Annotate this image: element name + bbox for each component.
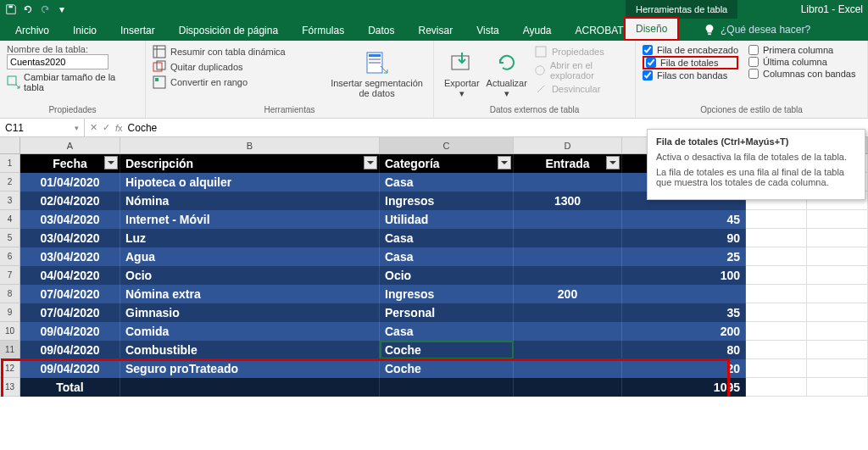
data-cell[interactable]: 100 [622,266,746,285]
empty-cell[interactable] [746,229,807,247]
tell-me-search[interactable]: ¿Qué desea hacer? [704,19,810,41]
row-header[interactable]: 13 [0,378,20,397]
row-header[interactable]: 6 [0,247,20,266]
table-header-descripcion[interactable]: Descripción [120,154,380,173]
tab-page-layout[interactable]: Disposición de página [169,20,288,41]
data-cell[interactable]: Agua [120,247,380,266]
row-header[interactable]: 9 [0,303,20,322]
data-cell[interactable]: 1300 [514,192,622,210]
table-header-fecha[interactable]: Fecha [20,154,120,173]
data-cell[interactable]: 07/04/2020 [20,303,120,322]
data-cell[interactable]: Ingresos [380,285,514,303]
empty-cell[interactable] [807,378,868,397]
tab-data[interactable]: Datos [358,20,404,41]
data-cell[interactable]: 90 [622,229,746,247]
row-header[interactable]: 4 [0,210,20,229]
fx-icon[interactable]: fx [115,123,123,133]
data-cell[interactable] [514,303,622,322]
tab-file[interactable]: Archivo [5,20,59,41]
summarize-pivot-button[interactable]: Resumir con tabla dinámica [153,44,327,59]
data-cell[interactable]: Combustible [120,341,380,359]
data-cell[interactable]: 09/04/2020 [20,359,120,378]
empty-cell[interactable] [807,247,868,266]
first-column-checkbox[interactable]: Primera columna [748,44,855,56]
row-header[interactable]: 11 [0,341,20,359]
data-cell[interactable]: 200 [514,285,622,303]
data-cell[interactable]: 04/04/2020 [20,266,120,285]
data-cell[interactable]: 01/04/2020 [20,173,120,192]
undo-icon[interactable] [22,3,34,15]
banded-columns-checkbox[interactable]: Columnas con bandas [748,68,855,80]
filter-dropdown-icon[interactable] [104,156,118,169]
row-header[interactable]: 7 [0,266,20,285]
row-header[interactable]: 10 [0,322,20,341]
data-cell[interactable]: Hipoteca o alquiler [120,173,380,192]
tab-view[interactable]: Vista [466,20,509,41]
tab-help[interactable]: Ayuda [513,20,562,41]
total-label-cell[interactable]: Total [20,378,120,397]
row-header[interactable]: 1 [0,154,20,173]
data-cell[interactable]: 45 [622,210,746,229]
data-cell[interactable] [514,266,622,285]
filter-dropdown-icon[interactable] [606,156,620,169]
data-cell[interactable] [514,173,622,192]
insert-slicer-button[interactable]: Insertar segmentaciónde datos [327,44,426,103]
data-cell[interactable]: Coche [380,341,514,359]
empty-cell[interactable] [807,322,868,341]
enter-icon[interactable]: ✓ [103,122,110,133]
empty-cell[interactable] [746,266,807,285]
redo-icon[interactable] [39,3,51,15]
last-column-checkbox[interactable]: Última columna [748,56,855,68]
data-cell[interactable]: Utilidad [380,210,514,229]
data-cell[interactable]: Ocio [380,266,514,285]
name-box[interactable]: ▾ [0,119,85,136]
data-cell[interactable]: Personal [380,303,514,322]
total-cell[interactable] [120,378,380,397]
table-header-categoria[interactable]: Categoría [380,154,514,173]
col-header-B[interactable]: B [120,137,380,153]
remove-duplicates-button[interactable]: Quitar duplicados [153,59,327,75]
tab-review[interactable]: Revisar [409,20,464,41]
filter-dropdown-icon[interactable] [364,156,377,169]
data-cell[interactable]: Luz [120,229,380,247]
tab-home[interactable]: Inicio [63,20,107,41]
convert-to-range-button[interactable]: Convertir en rango [153,75,327,90]
empty-cell[interactable] [807,341,868,359]
data-cell[interactable]: Internet - Móvil [120,210,380,229]
data-cell[interactable]: 09/04/2020 [20,322,120,341]
empty-cell[interactable] [807,285,868,303]
data-cell[interactable] [622,285,746,303]
data-cell[interactable]: Casa [380,173,514,192]
data-cell[interactable]: Casa [380,247,514,266]
table-header-entrada[interactable]: Entrada [514,154,622,173]
empty-cell[interactable] [746,303,807,322]
save-icon[interactable] [5,3,17,15]
data-cell[interactable]: Ocio [120,266,380,285]
table-name-input[interactable] [7,54,108,69]
data-cell[interactable]: Nómina extra [120,285,380,303]
data-cell[interactable]: 25 [622,247,746,266]
data-cell[interactable]: Seguro proTrateado [120,359,380,378]
data-cell[interactable]: 200 [622,322,746,341]
data-cell[interactable]: 03/04/2020 [20,247,120,266]
empty-cell[interactable] [746,378,807,397]
data-cell[interactable]: 07/04/2020 [20,285,120,303]
data-cell[interactable] [514,322,622,341]
filter-dropdown-icon[interactable] [498,156,511,169]
qat-dropdown-icon[interactable]: ▾ [56,3,68,15]
empty-cell[interactable] [746,341,807,359]
col-header-A[interactable]: A [20,137,120,153]
empty-cell[interactable] [807,229,868,247]
empty-cell[interactable] [807,359,868,378]
total-cell[interactable] [514,378,622,397]
select-all-corner[interactable] [0,137,20,153]
data-cell[interactable]: Coche [380,359,514,378]
refresh-button[interactable]: Actualizar▾ [483,44,531,103]
empty-cell[interactable] [807,266,868,285]
row-header[interactable]: 2 [0,173,20,192]
empty-cell[interactable] [746,210,807,229]
export-button[interactable]: Exportar▾ [441,44,483,103]
col-header-C[interactable]: C [380,137,514,153]
tab-design[interactable]: Diseño [624,17,679,41]
data-cell[interactable]: Nómina [120,192,380,210]
